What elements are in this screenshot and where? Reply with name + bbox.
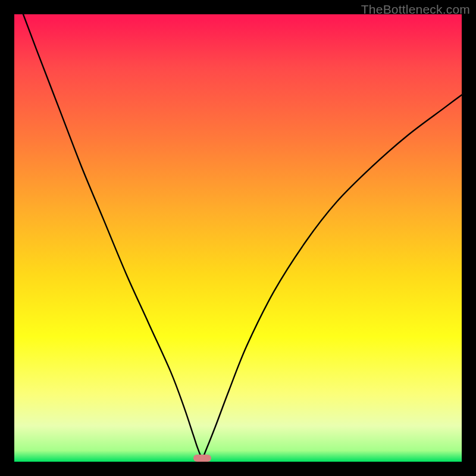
- bottleneck-curve-path: [23, 14, 462, 458]
- chart-curve-svg: [14, 14, 462, 462]
- bottleneck-marker: [193, 455, 211, 462]
- chart-frame: [14, 14, 462, 462]
